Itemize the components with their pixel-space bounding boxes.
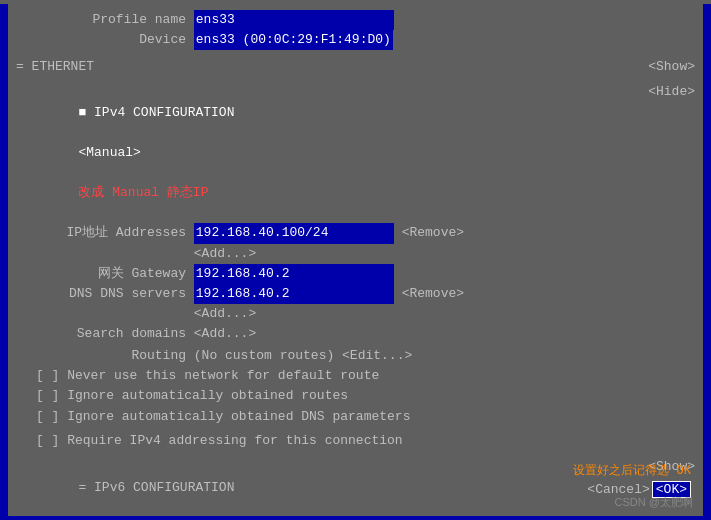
dns-remove[interactable]: <Remove>	[402, 284, 464, 304]
device-row: Device ens33 (00:0C:29:F1:49:D0)	[16, 30, 695, 50]
device-label: Device	[16, 30, 186, 50]
profile-row: Profile name ens33	[16, 10, 695, 30]
routing-row: Routing (No custom routes) <Edit...>	[16, 346, 695, 366]
search-domains-add[interactable]: <Add...>	[194, 324, 256, 344]
check1-row: [ ] Never use this network for default r…	[16, 366, 695, 386]
gateway-value[interactable]: 192.168.40.2	[194, 264, 394, 284]
check3-row: [ ] Ignore automatically obtained DNS pa…	[16, 407, 695, 427]
addresses-row: IP地址 Addresses 192.168.40.100/24 <Remove…	[16, 223, 695, 243]
ipv4-annotation: 改成 Manual 静态IP	[78, 185, 208, 200]
watermark: CSDN @太肥啊	[615, 495, 693, 510]
add2-row: <Add...>	[16, 304, 695, 324]
ethernet-show[interactable]: <Show>	[648, 57, 695, 77]
gateway-row: 网关 Gateway 192.168.40.2	[16, 264, 695, 284]
routing-value: (No custom routes)	[194, 346, 334, 366]
device-value[interactable]: ens33 (00:0C:29:F1:49:D0)	[194, 30, 393, 50]
terminal: Profile name ens33 Device ens33 (00:0C:2…	[0, 4, 711, 520]
ipv4-hide[interactable]: <Hide>	[648, 82, 695, 102]
dns-value[interactable]: 192.168.40.2	[194, 284, 394, 304]
check3[interactable]: [ ] Ignore automatically obtained DNS pa…	[36, 407, 410, 427]
gateway-label: 网关 Gateway	[36, 264, 186, 284]
add1[interactable]: <Add...>	[194, 244, 256, 264]
routing-edit[interactable]: <Edit...>	[342, 346, 412, 366]
check4[interactable]: [ ] Require IPv4 addressing for this con…	[36, 431, 403, 451]
ethernet-label: = ETHERNET	[16, 56, 94, 78]
check1[interactable]: [ ] Never use this network for default r…	[36, 366, 379, 386]
ipv4-mode[interactable]: <Manual>	[78, 145, 140, 160]
ok-annotation: 设置好之后记得选 OK	[573, 462, 691, 479]
addresses-label: IP地址 Addresses	[36, 223, 186, 243]
main-panel: Profile name ens33 Device ens33 (00:0C:2…	[8, 4, 703, 516]
search-domains-label: Search domains	[36, 324, 186, 344]
addresses-value[interactable]: 192.168.40.100/24	[194, 223, 394, 243]
routing-label: Routing	[36, 346, 186, 366]
ethernet-section: = ETHERNET <Show>	[16, 56, 695, 78]
profile-label: Profile name	[16, 10, 186, 30]
dns-label: DNS DNS servers	[36, 284, 186, 304]
check2[interactable]: [ ] Ignore automatically obtained routes	[36, 386, 348, 406]
add1-row: <Add...>	[16, 244, 695, 264]
add2[interactable]: <Add...>	[194, 304, 256, 324]
addresses-remove[interactable]: <Remove>	[402, 223, 464, 243]
check4-row: [ ] Require IPv4 addressing for this con…	[16, 431, 695, 451]
ipv6-label: = IPv6 CONFIGURATION	[78, 480, 234, 495]
ipv4-label: ■ IPv4 CONFIGURATION	[78, 105, 234, 120]
profile-value[interactable]: ens33	[194, 10, 394, 30]
ipv4-section-header: ■ IPv4 CONFIGURATION <Manual> 改成 Manual …	[16, 82, 695, 223]
dns-row: DNS DNS servers 192.168.40.2 <Remove>	[16, 284, 695, 304]
check2-row: [ ] Ignore automatically obtained routes	[16, 386, 695, 406]
search-domains-row: Search domains <Add...>	[16, 324, 695, 344]
